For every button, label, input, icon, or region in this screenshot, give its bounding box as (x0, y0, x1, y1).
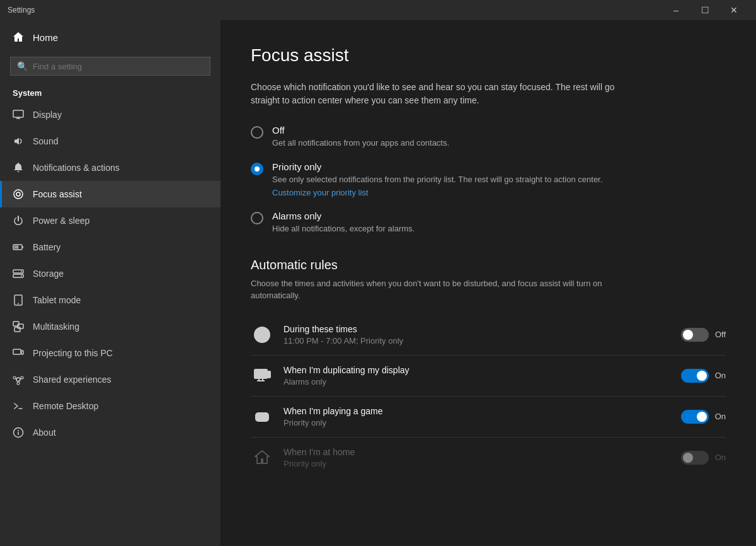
customize-priority-link[interactable]: Customize your priority list (272, 188, 368, 197)
title-bar: Settings – ☐ ✕ (0, 0, 756, 20)
radio-priority[interactable] (251, 163, 263, 175)
search-icon: 🔍 (17, 61, 28, 71)
clock-icon (251, 323, 273, 346)
sidebar-item-label: Notifications & actions (33, 163, 120, 173)
radio-off[interactable] (251, 126, 263, 139)
rule-display-text: When I'm duplicating my display Alarms o… (284, 365, 671, 386)
rule-times-sub: 11:00 PM - 7:00 AM; Priority only (284, 336, 671, 346)
sidebar-item-display[interactable]: Display (0, 102, 220, 128)
minimize-button[interactable]: – (662, 0, 690, 20)
svg-point-11 (21, 276, 22, 277)
sidebar-item-tablet[interactable]: Tablet mode (0, 287, 220, 313)
sidebar-item-label: Shared experiences (33, 375, 112, 385)
shared-icon (13, 374, 24, 385)
radio-priority-label: Priority only (272, 161, 602, 172)
projecting-icon (13, 347, 24, 359)
about-icon (13, 427, 24, 438)
rule-game-sub: Priority only (284, 418, 671, 427)
rule-home-name: When I'm at home (284, 447, 671, 457)
sidebar-item-storage[interactable]: Storage (0, 260, 220, 287)
radio-alarms[interactable] (251, 212, 263, 224)
rule-home-toggle[interactable] (681, 451, 709, 465)
radio-option-priority: Priority only See only selected notifica… (251, 161, 726, 198)
sidebar-item-home[interactable]: Home (0, 20, 220, 54)
svg-point-4 (16, 192, 20, 196)
sidebar-item-multitasking[interactable]: Multitasking (0, 313, 220, 340)
svg-rect-30 (18, 432, 19, 435)
rule-times-text: During these times 11:00 PM - 7:00 AM; P… (284, 324, 671, 346)
rule-home-sub: Priority only (284, 459, 671, 468)
main-content: Focus assist Choose which notification y… (220, 20, 756, 546)
sidebar-item-label: Sound (33, 136, 58, 146)
toggle-thumb (697, 412, 707, 422)
svg-point-22 (21, 376, 23, 379)
svg-point-21 (13, 376, 16, 379)
svg-rect-6 (22, 247, 23, 248)
sound-icon (13, 136, 24, 147)
sidebar-item-battery[interactable]: Battery (0, 234, 220, 260)
home-location-icon (251, 446, 273, 469)
sidebar-item-label: Tablet mode (33, 295, 81, 305)
rule-display-toggle[interactable] (681, 369, 709, 383)
rule-times-toggle[interactable] (681, 328, 709, 342)
radio-priority-content: Priority only See only selected notifica… (272, 161, 602, 198)
rule-game-toggle-label: On (715, 412, 726, 421)
rule-game-text: When I'm playing a game Priority only (284, 406, 671, 427)
svg-rect-35 (268, 371, 270, 378)
svg-rect-0 (13, 110, 23, 117)
svg-rect-2 (18, 117, 19, 119)
radio-priority-desc: See only selected notifications from the… (272, 174, 602, 185)
sidebar-item-focus[interactable]: Focus assist (0, 181, 220, 207)
sidebar-item-label: About (33, 427, 56, 438)
search-box[interactable]: 🔍 (10, 57, 210, 76)
display-icon (13, 109, 24, 120)
sidebar-item-label: Focus assist (33, 189, 82, 199)
power-icon (13, 215, 24, 226)
notifications-icon (13, 162, 24, 173)
rule-times-control: Off (681, 328, 726, 342)
page-description: Choose which notification you'd like to … (251, 81, 629, 107)
svg-point-44 (266, 417, 267, 418)
search-input[interactable] (33, 62, 203, 71)
sidebar-item-notifications[interactable]: Notifications & actions (0, 154, 220, 181)
radio-off-content: Off Get all notifications from your apps… (272, 125, 449, 149)
storage-icon (13, 268, 24, 279)
radio-alarms-label: Alarms only (272, 211, 415, 221)
sidebar-item-remote[interactable]: Remote Desktop (0, 393, 220, 419)
rule-game-toggle[interactable] (681, 410, 709, 424)
sidebar-item-about[interactable]: About (0, 419, 220, 446)
rule-display-name: When I'm duplicating my display (284, 365, 671, 375)
radio-off-desc: Get all notifications from your apps and… (272, 137, 449, 149)
sidebar-section-title: System (0, 83, 220, 102)
rule-times-name: During these times (284, 324, 671, 334)
window-controls: – ☐ ✕ (662, 0, 748, 20)
svg-rect-17 (13, 349, 21, 354)
svg-point-23 (17, 382, 20, 385)
sidebar-item-power[interactable]: Power & sleep (0, 207, 220, 234)
sidebar-item-label: Projecting to this PC (33, 348, 113, 358)
sidebar-item-projecting[interactable]: Projecting to this PC (0, 340, 220, 366)
toggle-thumb (683, 330, 693, 340)
svg-rect-18 (21, 351, 23, 354)
multitasking-icon (13, 321, 24, 332)
maximize-button[interactable]: ☐ (690, 0, 719, 20)
automatic-rules-desc: Choose the times and activities when you… (251, 277, 629, 302)
sidebar-item-sound[interactable]: Sound (0, 128, 220, 154)
automatic-rules-list: During these times 11:00 PM - 7:00 AM; P… (251, 315, 726, 478)
rule-home-toggle-label: On (715, 453, 726, 462)
radio-option-alarms: Alarms only Hide all notifications, exce… (251, 211, 726, 235)
app-title: Settings (8, 6, 35, 15)
rule-game-name: When I'm playing a game (284, 406, 671, 416)
app-body: Home 🔍 System Display Sound Notific (0, 20, 756, 546)
sidebar: Home 🔍 System Display Sound Notific (0, 20, 220, 546)
radio-alarms-desc: Hide all notifications, except for alarm… (272, 223, 415, 235)
close-button[interactable]: ✕ (719, 0, 748, 20)
svg-point-3 (14, 190, 23, 199)
sidebar-item-shared[interactable]: Shared experiences (0, 366, 220, 393)
svg-point-43 (264, 415, 265, 417)
home-icon (13, 32, 24, 43)
rule-times: During these times 11:00 PM - 7:00 AM; P… (251, 315, 726, 356)
rule-home-text: When I'm at home Priority only (284, 447, 671, 468)
remote-icon (13, 400, 24, 412)
rule-home-control: On (681, 451, 726, 465)
